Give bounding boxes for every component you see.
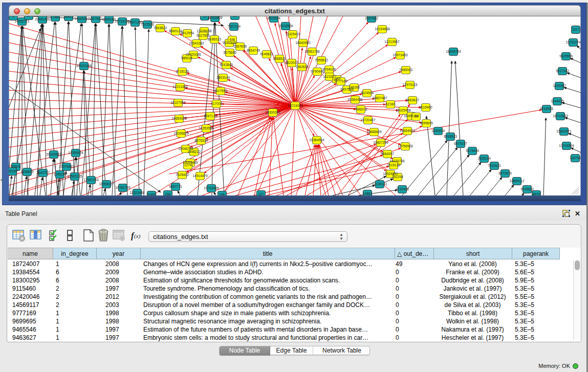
svg-text:9794028: 9794028 <box>322 68 336 71</box>
svg-text:13226058: 13226058 <box>197 29 212 33</box>
svg-text:6479197: 6479197 <box>454 142 467 145</box>
svg-text:16154838: 16154838 <box>375 27 390 31</box>
svg-text:7357224: 7357224 <box>227 25 241 28</box>
svg-text:546: 546 <box>229 38 235 41</box>
svg-text:19654925: 19654925 <box>171 117 187 120</box>
svg-text:15692971: 15692971 <box>556 129 572 133</box>
svg-text:2803144: 2803144 <box>216 76 230 79</box>
svg-text:15751074: 15751074 <box>565 40 581 44</box>
svg-text:9327506: 9327506 <box>197 34 210 37</box>
svg-text:1362615: 1362615 <box>295 65 309 69</box>
svg-text:2367608: 2367608 <box>233 45 247 48</box>
svg-text:8267130: 8267130 <box>204 114 217 118</box>
svg-text:10958117: 10958117 <box>99 182 114 186</box>
svg-text:10881: 10881 <box>363 192 373 195</box>
svg-text:23975857: 23975857 <box>59 165 74 168</box>
svg-text:1117: 1117 <box>572 28 579 31</box>
svg-text:1733426: 1733426 <box>396 187 409 191</box>
svg-text:2718126: 2718126 <box>176 70 189 73</box>
svg-text:12505135: 12505135 <box>67 174 82 178</box>
svg-text:1156829: 1156829 <box>20 170 34 173</box>
svg-text:10973493: 10973493 <box>393 53 408 57</box>
svg-text:17016504: 17016504 <box>559 144 574 147</box>
svg-text:8471676: 8471676 <box>498 171 512 175</box>
svg-text:7486372: 7486372 <box>354 107 367 111</box>
svg-text:10807487: 10807487 <box>372 96 387 100</box>
svg-text:746266: 746266 <box>349 85 360 89</box>
svg-text:1244415: 1244415 <box>551 99 564 103</box>
svg-text:14914479: 14914479 <box>192 174 208 178</box>
svg-text:9474444: 9474444 <box>466 149 479 152</box>
svg-text:19654923: 19654923 <box>400 129 415 133</box>
svg-text:16210643: 16210643 <box>553 114 568 118</box>
svg-text:44: 44 <box>414 115 418 118</box>
svg-text:16782759: 16782759 <box>115 186 130 189</box>
svg-text:8813054: 8813054 <box>267 16 280 20</box>
svg-text:9327508: 9327508 <box>223 41 236 45</box>
svg-text:20691406: 20691406 <box>35 17 50 21</box>
svg-text:20033346: 20033346 <box>76 64 92 68</box>
svg-text:7955812: 7955812 <box>315 58 328 62</box>
svg-text:39159: 39159 <box>9 169 17 173</box>
svg-text:8912954: 8912954 <box>181 31 194 35</box>
svg-text:252254: 252254 <box>392 175 403 179</box>
svg-text:19384554: 19384554 <box>309 138 324 142</box>
svg-text:8454749: 8454749 <box>247 49 260 52</box>
svg-text:3624554: 3624554 <box>360 91 374 95</box>
svg-text:18807299: 18807299 <box>373 141 388 144</box>
svg-text:18107553: 18107553 <box>170 101 186 104</box>
svg-text:14055721: 14055721 <box>14 19 30 23</box>
svg-text:1274: 1274 <box>184 163 192 167</box>
svg-text:10654112: 10654112 <box>510 179 525 183</box>
svg-text:417004: 417004 <box>211 102 222 105</box>
svg-text:8938923: 8938923 <box>444 135 457 138</box>
svg-text:19756928: 19756928 <box>398 144 413 148</box>
svg-text:14136141: 14136141 <box>372 182 387 186</box>
svg-text:10688609: 10688609 <box>366 130 382 134</box>
svg-text:11325419: 11325419 <box>286 32 300 36</box>
svg-text:45501: 45501 <box>11 165 21 168</box>
svg-text:2942757: 2942757 <box>36 171 50 174</box>
svg-text:8186323: 8186323 <box>208 37 221 41</box>
svg-text:8822037: 8822037 <box>285 61 298 64</box>
svg-text:18724007: 18724007 <box>288 104 303 107</box>
svg-text:12213967: 12213967 <box>384 40 400 43</box>
svg-text:62160: 62160 <box>386 102 396 106</box>
svg-text:9227342: 9227342 <box>556 69 569 73</box>
svg-text:11323448: 11323448 <box>130 191 145 194</box>
svg-text:9242845: 9242845 <box>220 63 233 67</box>
svg-text:1640934: 1640934 <box>431 129 445 133</box>
svg-text:2935114: 2935114 <box>477 157 491 160</box>
svg-text:2087682: 2087682 <box>365 16 378 20</box>
svg-text:8215955: 8215955 <box>540 107 553 111</box>
svg-text:15716485: 15716485 <box>204 186 219 190</box>
svg-text:1145194: 1145194 <box>53 172 67 176</box>
svg-text:7632621: 7632621 <box>488 164 501 167</box>
svg-text:16648784: 16648784 <box>446 50 461 53</box>
svg-text:10655267: 10655267 <box>74 17 90 20</box>
svg-text:9463627: 9463627 <box>406 98 419 102</box>
svg-text:9146821: 9146821 <box>260 52 273 56</box>
svg-text:22420046: 22420046 <box>186 53 201 56</box>
svg-text:18640910: 18640910 <box>295 41 311 45</box>
svg-text:20206563: 20206563 <box>46 152 61 156</box>
svg-text:116753: 116753 <box>570 156 581 160</box>
svg-text:16120746: 16120746 <box>389 159 405 163</box>
svg-text:9245652: 9245652 <box>520 187 534 191</box>
svg-text:12975115: 12975115 <box>403 83 418 86</box>
svg-text:3675685: 3675685 <box>223 51 236 54</box>
svg-text:1209387: 1209387 <box>553 84 566 87</box>
svg-text:989034: 989034 <box>181 56 192 60</box>
svg-text:6466160: 6466160 <box>102 17 116 21</box>
svg-text:8427552: 8427552 <box>214 89 227 93</box>
svg-text:11353594: 11353594 <box>199 126 214 130</box>
svg-text:17359924: 17359924 <box>68 151 83 155</box>
svg-text:7625402: 7625402 <box>176 173 189 177</box>
svg-text:7663822: 7663822 <box>154 26 167 30</box>
svg-text:7515526: 7515526 <box>141 23 154 26</box>
svg-text:9777169: 9777169 <box>334 79 347 83</box>
svg-text:1498222: 1498222 <box>187 150 201 154</box>
svg-text:9115460: 9115460 <box>419 105 432 109</box>
svg-text:1588520: 1588520 <box>273 57 286 60</box>
svg-text:7485063: 7485063 <box>399 68 412 72</box>
